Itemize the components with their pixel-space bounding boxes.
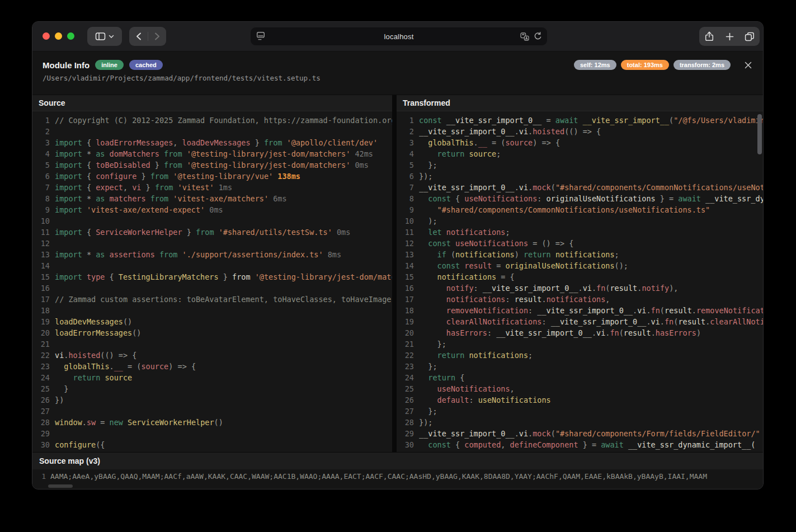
sourcemap-line-number: 1 (32, 471, 50, 482)
transformed-code: 1const __vite_ssr_import_0__ = await __v… (397, 111, 763, 452)
scrollbar-thumb[interactable] (757, 114, 762, 154)
reader-mode-icon[interactable] (256, 31, 265, 41)
code-line: 19 clearAllNotifications: __vite_ssr_imp… (397, 316, 763, 327)
browser-toolbar: localhost (32, 22, 763, 51)
source-code: 1// Copyright (C) 2012-2025 Zammad Found… (32, 111, 392, 452)
code-line: 9import 'vitest-axe/extend-expect' 0ms (32, 204, 392, 215)
code-line: 19loadDevMessages() (32, 316, 392, 327)
code-line: 24 return { (397, 372, 763, 383)
timing-badges: self: 12mstotal: 193mstransform: 2ms (569, 60, 731, 70)
code-line: 16 (32, 283, 392, 294)
code-line: 4import * as domMatchers from '@testing-… (32, 148, 392, 159)
code-line: 7import { expect, vi } from 'vitest' 1ms (32, 182, 392, 193)
traffic-light-minimize[interactable] (55, 32, 62, 40)
code-line: 8 const { useNotifications: originalUseN… (397, 193, 763, 204)
forward-button[interactable] (148, 27, 166, 46)
code-line: 13import * as assertions from './support… (32, 249, 392, 260)
share-button[interactable] (699, 27, 719, 46)
page-title: Module Info (43, 60, 90, 70)
code-line: 26}) (32, 394, 392, 406)
transformed-panel-title: Transformed (397, 95, 763, 111)
code-line: 20 hasErrors: __vite_ssr_import_0__.vi.f… (397, 327, 763, 338)
timing-badge: total: 193ms (621, 60, 669, 70)
code-line: 3 globalThis.__ = (source) => { (397, 137, 763, 148)
new-tab-button[interactable] (719, 27, 740, 46)
sourcemap-section: Source map (v3) 1 AAMA;AAeA,yBAAG,QAAQ,M… (32, 452, 763, 489)
sourcemap-mappings: AAMA;AAeA,yBAAG,QAAQ,MAAM;AACf,aAAW,KAAK… (50, 471, 763, 482)
vertical-scrollbar[interactable] (757, 113, 762, 450)
code-line: 16 notify: __vite_ssr_import_0__.vi.fn(r… (397, 283, 763, 294)
timing-badge: self: 12ms (574, 60, 616, 70)
code-line: 6}); (397, 171, 763, 182)
code-line: 21 (32, 338, 392, 350)
code-line: 20loadErrorMessages() (32, 327, 392, 338)
traffic-light-zoom[interactable] (67, 32, 74, 40)
code-line: 11 let notifications; (397, 227, 763, 238)
code-line: 25 } (32, 383, 392, 394)
code-line: 9 "#shared/components/CommonNotification… (397, 204, 763, 215)
code-line: 13 if (notifications) return notificatio… (397, 249, 763, 260)
code-line: 30 const { computed, defineComponent } =… (397, 439, 763, 450)
code-line: 22vi.hoisted(() => { (32, 350, 392, 361)
code-line: 2 (32, 126, 392, 137)
code-line: 28}); (397, 417, 763, 428)
sourcemap-line: 1 AAMA;AAeA,yBAAG,QAAQ,MAAM;AACf,aAAW,KA… (32, 469, 763, 482)
code-line: 5import { toBeDisabled } from '@testing-… (32, 159, 392, 171)
code-line: 28window.sw = new ServiceWorkerHelper() (32, 417, 392, 428)
code-line: 17// Zammad custom assertions: toBeAvata… (32, 294, 392, 305)
module-info-header: Module Info inlinecached self: 12mstotal… (32, 51, 763, 95)
chevron-down-icon (109, 35, 114, 39)
browser-window: localhost (32, 21, 764, 489)
code-line: 7__vite_ssr_import_0__.vi.mock("#shared/… (397, 182, 763, 193)
code-line: 27 }; (397, 406, 763, 417)
sidebar-toggle-button[interactable] (87, 27, 122, 46)
timing-badge: transform: 2ms (673, 60, 731, 70)
code-line: 27 (32, 406, 392, 417)
code-line: 25 useNotifications, (397, 383, 763, 394)
code-line: 23 globalThis.__ = (source) => { (32, 361, 392, 372)
code-line: 10 ); (397, 215, 763, 227)
code-line: 8import * as matchers from 'vitest-axe/m… (32, 193, 392, 204)
code-line: 12 (32, 238, 392, 249)
code-line: 18 removeNotification: __vite_ssr_import… (397, 305, 763, 316)
code-line: 14 (32, 260, 392, 271)
code-line: 21 }; (397, 338, 763, 350)
code-line: 12 const useNotifications = () => { (397, 238, 763, 249)
module-path: /Users/vladimir/Projects/zammad/app/fron… (43, 74, 753, 82)
code-line: 29 (32, 428, 392, 439)
transformed-panel: Transformed 1const __vite_ssr_import_0__… (397, 95, 763, 452)
code-line: 30configure({ (32, 439, 392, 450)
back-button[interactable] (130, 27, 148, 46)
code-line: 24 return source (32, 372, 392, 383)
reload-icon[interactable] (534, 32, 542, 41)
code-panels: Source 1// Copyright (C) 2012-2025 Zamma… (32, 95, 763, 452)
module-badge: inline (95, 60, 124, 70)
code-line: 5 }; (397, 159, 763, 171)
source-panel-title: Source (32, 95, 392, 111)
code-line: 4 return source; (397, 148, 763, 159)
code-line: 2__vite_ssr_import_0__.vi.hoisted(() => … (397, 126, 763, 137)
code-line: 22 return notifications; (397, 350, 763, 361)
horizontal-scrollbar[interactable] (32, 484, 763, 488)
address-bar[interactable]: localhost (251, 27, 547, 45)
code-line: 1// Copyright (C) 2012-2025 Zammad Found… (32, 115, 392, 126)
tab-overview-button[interactable] (740, 27, 760, 46)
code-line: 6import { configure } from '@testing-lib… (32, 171, 392, 182)
code-line: 18 (32, 305, 392, 316)
code-line: 17 notifications: result.notifications, (397, 294, 763, 305)
toolbar-actions (699, 27, 760, 46)
url-text: localhost (251, 32, 547, 41)
module-badges: inlinecached (90, 60, 163, 70)
code-line: 15 notifications = { (397, 271, 763, 283)
traffic-light-close[interactable] (43, 32, 50, 40)
scrollbar-thumb[interactable] (48, 484, 73, 488)
sidebar-icon (95, 32, 106, 41)
nav-buttons (129, 27, 166, 46)
code-line: 29__vite_ssr_import_0__.vi.mock("#shared… (397, 428, 763, 439)
close-button[interactable] (743, 60, 753, 70)
code-line: 23 }; (397, 361, 763, 372)
sourcemap-title: Source map (v3) (32, 452, 763, 469)
code-line: 14 const result = originalUseNotificatio… (397, 260, 763, 271)
translate-icon[interactable] (520, 32, 529, 41)
module-badge: cached (129, 60, 163, 70)
